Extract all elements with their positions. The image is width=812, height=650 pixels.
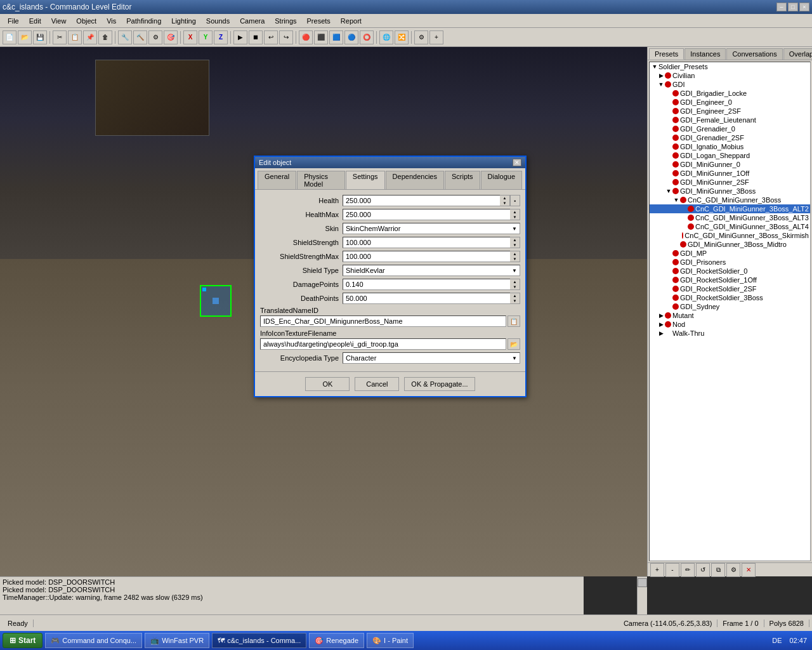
taskbar-item-4[interactable]: 🎨 I - Paint bbox=[367, 633, 414, 648]
window-controls[interactable]: – □ × bbox=[776, 3, 809, 11]
maximize-button[interactable]: □ bbox=[788, 3, 798, 11]
tree-item-minigunnerboss[interactable]: ▼ GDI_MiniGunner_3Boss bbox=[650, 187, 810, 196]
tree-root[interactable]: ▼ Soldier_Presets bbox=[650, 62, 810, 71]
translatednameid-browse-button[interactable]: 📋 bbox=[508, 315, 520, 327]
toolbar-settings[interactable]: ⚙ bbox=[414, 30, 428, 44]
toolbar-x[interactable]: X bbox=[183, 30, 197, 44]
tree-item[interactable]: GDI_MiniGunner_3Boss_Midtro bbox=[650, 240, 810, 249]
toolbar-btn18[interactable]: 🌐 bbox=[379, 30, 393, 44]
infoicon-input[interactable] bbox=[260, 338, 506, 350]
healthmax-input[interactable] bbox=[343, 209, 510, 220]
menu-lighting[interactable]: Lighting bbox=[166, 16, 201, 26]
health-input[interactable] bbox=[343, 195, 500, 206]
cancel-button[interactable]: Cancel bbox=[355, 377, 399, 391]
tree-item[interactable]: GDI_Ignatio_Mobius bbox=[650, 142, 810, 151]
dialog-tab-dependencies[interactable]: Dependencies bbox=[386, 171, 444, 189]
toolbar-btn13[interactable]: 🔴 bbox=[299, 30, 313, 44]
preset-settings[interactable]: ⚙ bbox=[726, 563, 740, 577]
tree-item-gdi[interactable]: ▼ GDI bbox=[650, 80, 810, 89]
dialog-tab-settings[interactable]: Settings bbox=[346, 171, 385, 189]
deatp-up[interactable]: ▲ bbox=[510, 293, 520, 298]
tree-item[interactable]: GDI_Logan_Sheppard bbox=[650, 151, 810, 160]
menu-strings[interactable]: Strings bbox=[270, 16, 301, 26]
preset-remove[interactable]: - bbox=[665, 563, 679, 577]
toolbar-btn12[interactable]: ↪ bbox=[279, 30, 293, 44]
tree-item[interactable]: GDI_MiniGunner_1Off bbox=[650, 169, 810, 178]
infoicon-browse-button[interactable]: 📂 bbox=[508, 338, 520, 350]
toolbar-btn9[interactable]: ▶ bbox=[233, 30, 247, 44]
preset-delete[interactable]: ✕ bbox=[742, 563, 756, 577]
ss-up[interactable]: ▲ bbox=[510, 237, 520, 242]
toolbar-btn5[interactable]: 🔧 bbox=[118, 30, 132, 44]
ssmax-down[interactable]: ▼ bbox=[510, 256, 520, 262]
menu-object[interactable]: Object bbox=[71, 16, 102, 26]
deatp-spinner[interactable]: ▲ ▼ bbox=[510, 293, 520, 304]
shieldtype-select[interactable]: ShieldKevlar ▼ bbox=[343, 265, 520, 276]
tab-conversations[interactable]: Conversations bbox=[726, 48, 782, 60]
menu-report[interactable]: Report bbox=[336, 16, 367, 26]
healthmax-spinner[interactable]: ▲ ▼ bbox=[510, 209, 520, 220]
start-button[interactable]: ⊞ Start bbox=[3, 633, 43, 648]
menu-camera[interactable]: Camera bbox=[235, 16, 270, 26]
tree-item[interactable]: GDI_Engineer_0 bbox=[650, 98, 810, 107]
tree-item-walkthru[interactable]: ▶ Walk-Thru bbox=[650, 329, 810, 338]
encyclopediatype-select[interactable]: Character ▼ bbox=[343, 352, 520, 364]
toolbar-y[interactable]: Y bbox=[199, 30, 213, 44]
health-scroll[interactable]: ▪ bbox=[510, 195, 520, 206]
toolbar-btn19[interactable]: 🔀 bbox=[395, 30, 409, 44]
tree-item[interactable]: ▼ CnC_GDI_MiniGunner_3Boss bbox=[650, 196, 810, 204]
tree-item-mutant[interactable]: ▶ Mutant bbox=[650, 311, 810, 320]
dialog-tab-dialogue[interactable]: Dialogue bbox=[481, 171, 522, 189]
tree-item[interactable]: GDI_Sydney bbox=[650, 302, 810, 311]
taskbar-item-1[interactable]: 📺 WinFast PVR bbox=[145, 633, 209, 648]
tree-item[interactable]: CnC_GDI_MiniGunner_3Boss_ALT3 bbox=[650, 213, 810, 222]
toolbar-plus[interactable]: + bbox=[429, 30, 443, 44]
tab-overlap[interactable]: Overlap bbox=[783, 48, 812, 60]
toolbar-save[interactable]: 💾 bbox=[33, 30, 47, 44]
target-object[interactable] bbox=[200, 285, 232, 317]
skin-select[interactable]: SkinChemWarrior ▼ bbox=[343, 223, 520, 234]
translatednameid-input[interactable] bbox=[260, 315, 506, 327]
tree-item[interactable]: GDI_MiniGunner_0 bbox=[650, 160, 810, 169]
toolbar-btn15[interactable]: 🟦 bbox=[329, 30, 343, 44]
ssmax-spinner[interactable]: ▲ ▼ bbox=[510, 251, 520, 262]
tab-presets[interactable]: Presets bbox=[649, 48, 684, 60]
preset-add[interactable]: + bbox=[650, 563, 664, 577]
damagepoints-input[interactable] bbox=[343, 279, 510, 290]
deatp-down[interactable]: ▼ bbox=[510, 298, 520, 303]
tree-item[interactable]: GDI_Grenadier_2SF bbox=[650, 133, 810, 142]
toolbar-btn14[interactable]: ⬛ bbox=[314, 30, 328, 44]
toolbar-btn10[interactable]: ⏹ bbox=[249, 30, 263, 44]
tree-item[interactable]: CnC_GDI_MiniGunner_3Boss_Skirmish bbox=[650, 231, 810, 240]
toolbar-btn6[interactable]: 🔨 bbox=[133, 30, 147, 44]
healthmax-up[interactable]: ▲ bbox=[510, 209, 520, 215]
shieldstrength-input[interactable] bbox=[343, 237, 510, 248]
taskbar-item-0[interactable]: 🎮 Command and Conqu... bbox=[45, 633, 142, 648]
dp-up[interactable]: ▲ bbox=[510, 279, 520, 284]
tree-item-alt2[interactable]: CnC_GDI_MiniGunner_3Boss_ALT2 bbox=[650, 204, 810, 213]
health-spinner[interactable]: ▲ ▼ bbox=[500, 195, 510, 206]
menu-presets[interactable]: Presets bbox=[302, 16, 336, 26]
tree-item[interactable]: GDI_Brigadier_Locke bbox=[650, 89, 810, 98]
tree-item[interactable]: GDI_Engineer_2SF bbox=[650, 107, 810, 116]
toolbar-btn17[interactable]: ⭕ bbox=[360, 30, 374, 44]
shieldstrengthmax-input[interactable] bbox=[343, 251, 510, 262]
preset-tree[interactable]: ▼ Soldier_Presets ▶ Civilian ▼ GDI bbox=[649, 62, 811, 561]
toolbar-new[interactable]: 📄 bbox=[3, 30, 16, 44]
ok-button[interactable]: OK bbox=[305, 377, 350, 391]
toolbar-open[interactable]: 📂 bbox=[18, 30, 32, 44]
dialog-tab-general[interactable]: General bbox=[258, 171, 296, 189]
menu-view[interactable]: View bbox=[46, 16, 72, 26]
toolbar-cut[interactable]: ✂ bbox=[53, 30, 67, 44]
preset-edit[interactable]: ✏ bbox=[681, 563, 695, 577]
log-scrollbar[interactable] bbox=[637, 576, 647, 614]
dialog-tab-scripts[interactable]: Scripts bbox=[445, 171, 480, 189]
health-up[interactable]: ▲ bbox=[500, 196, 509, 201]
menu-vis[interactable]: Vis bbox=[102, 16, 121, 26]
toolbar-z[interactable]: Z bbox=[214, 30, 228, 44]
toolbar-btn8[interactable]: 🎯 bbox=[164, 30, 178, 44]
healthmax-down[interactable]: ▼ bbox=[510, 215, 520, 220]
ss-down[interactable]: ▼ bbox=[510, 242, 520, 248]
toolbar-delete[interactable]: 🗑 bbox=[98, 30, 112, 44]
close-button[interactable]: × bbox=[799, 3, 809, 11]
